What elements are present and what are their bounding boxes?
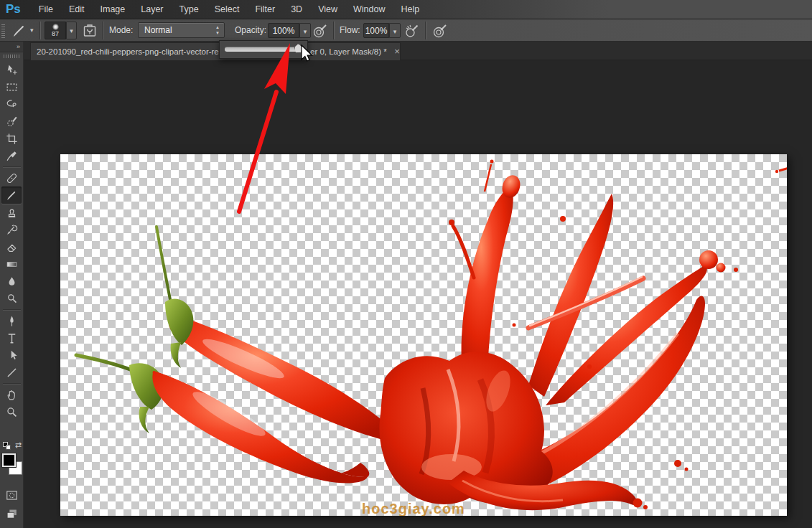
tools-panel-collapse[interactable]: » xyxy=(0,42,23,52)
brush-tool-icon xyxy=(5,189,19,202)
opacity-value-field[interactable]: 100% xyxy=(268,23,299,38)
brush-preset-picker[interactable]: 87 xyxy=(45,22,66,39)
healing-brush-tool[interactable] xyxy=(1,169,22,187)
history-brush-tool[interactable] xyxy=(1,221,22,238)
foreground-color-swatch[interactable] xyxy=(2,453,16,467)
tablet-pressure-size-icon[interactable] xyxy=(431,22,449,39)
history-brush-tool-icon xyxy=(5,223,19,237)
eyedropper-tool[interactable] xyxy=(1,147,22,164)
hand-tool-icon xyxy=(5,388,19,402)
document-tab[interactable]: 20-201090_red-chili-peppers-png-clipart-… xyxy=(30,42,401,60)
tools-panel: » ⇄ xyxy=(0,42,24,528)
options-bar-grip[interactable] xyxy=(1,23,5,38)
tablet-pressure-opacity-icon[interactable] xyxy=(312,22,329,39)
healing-brush-tool-icon xyxy=(5,171,19,185)
separator xyxy=(425,22,426,39)
dropdown-arrows-icon: ▲▼ xyxy=(215,24,220,36)
brush-preset-caret[interactable]: ▾ xyxy=(66,22,77,39)
rectangular-marquee-tool[interactable] xyxy=(1,78,22,95)
line-tool[interactable] xyxy=(1,364,22,381)
document-title-left: 20-201090_red-chili-peppers-png-clipart-… xyxy=(37,43,219,60)
toolbar-separator xyxy=(3,309,21,310)
menu-bar: Ps FileEditImageLayerTypeSelectFilter3DV… xyxy=(0,0,812,19)
tool-options-bar: ▾ 87 ▾ Mode: Normal ▲▼ Opacity: 100% ▾ F… xyxy=(0,19,812,42)
photoshop-window: Ps FileEditImageLayerTypeSelectFilter3DV… xyxy=(0,0,812,528)
color-swatches xyxy=(1,453,23,479)
move-tool-icon xyxy=(5,63,19,77)
pen-tool[interactable] xyxy=(1,312,22,329)
collapse-icon: » xyxy=(17,43,20,50)
quick-selection-tool-icon xyxy=(5,115,19,128)
type-tool-icon xyxy=(5,331,19,345)
tools-panel-grip[interactable] xyxy=(4,55,19,58)
separator xyxy=(39,22,40,39)
path-selection-tool-icon xyxy=(5,349,19,362)
eraser-tool-icon xyxy=(5,240,19,254)
toolbar-separator xyxy=(3,383,21,384)
eraser-tool[interactable] xyxy=(1,238,22,255)
document-title-right: er 0, Layer Mask/8) * xyxy=(310,43,387,60)
flow-caret[interactable]: ▾ xyxy=(389,23,401,38)
rectangular-marquee-tool-icon xyxy=(5,80,19,94)
zoom-tool-icon xyxy=(5,405,19,419)
opacity-caret[interactable]: ▾ xyxy=(299,23,311,38)
type-tool[interactable] xyxy=(1,329,22,346)
flow-value-field[interactable]: 100% xyxy=(363,23,389,38)
airbrush-icon[interactable] xyxy=(403,22,421,39)
gradient-tool[interactable] xyxy=(1,255,22,273)
dodge-tool[interactable] xyxy=(1,290,22,307)
move-tool[interactable] xyxy=(1,61,22,78)
gradient-tool-icon xyxy=(5,258,19,271)
swap-colors-icon[interactable]: ⇄ xyxy=(15,440,22,450)
blend-mode-dropdown[interactable]: Normal ▲▼ xyxy=(138,22,225,38)
menu-item-layer[interactable]: Layer xyxy=(133,0,171,19)
clone-stamp-tool[interactable] xyxy=(1,204,22,221)
toolbar-separator xyxy=(3,166,21,167)
opacity-label: Opacity: xyxy=(235,25,266,35)
separator xyxy=(102,22,103,39)
opacity-slider-handle[interactable] xyxy=(294,44,302,53)
menu-item-window[interactable]: Window xyxy=(345,0,393,19)
eyedropper-tool-icon xyxy=(5,149,19,163)
document-tab-bar: 20-201090_red-chili-peppers-png-clipart-… xyxy=(24,42,812,60)
blend-mode-value: Normal xyxy=(139,23,224,38)
zoom-tool[interactable] xyxy=(1,403,22,420)
quick-mask-button[interactable] xyxy=(1,486,22,504)
separator xyxy=(333,22,334,39)
pen-tool-icon xyxy=(5,314,19,328)
menu-item-type[interactable]: Type xyxy=(172,0,207,19)
menu-item-file[interactable]: File xyxy=(31,0,61,19)
tool-preset-caret-icon[interactable]: ▾ xyxy=(30,27,34,34)
menu-item-filter[interactable]: Filter xyxy=(247,0,283,19)
default-colors-icon[interactable] xyxy=(3,442,11,451)
hand-tool[interactable] xyxy=(1,386,22,403)
menu-item-help[interactable]: Help xyxy=(393,0,428,19)
menu-item-edit[interactable]: Edit xyxy=(61,0,93,19)
path-selection-tool[interactable] xyxy=(1,346,22,364)
menu-item-3d[interactable]: 3D xyxy=(283,0,310,19)
brush-tool[interactable] xyxy=(1,187,22,204)
clone-stamp-tool-icon xyxy=(5,206,19,220)
brush-tool-preset-icon[interactable] xyxy=(11,22,28,39)
document-canvas[interactable]: hoc3giay.com xyxy=(60,154,787,516)
tab-close-icon[interactable]: × xyxy=(392,43,401,60)
mode-label: Mode: xyxy=(109,25,133,35)
lasso-tool-icon xyxy=(5,98,19,111)
crop-tool[interactable] xyxy=(1,130,22,147)
flow-label: Flow: xyxy=(340,25,360,35)
brush-size-value: 87 xyxy=(45,30,65,37)
menu-item-image[interactable]: Image xyxy=(93,0,134,19)
blur-tool-icon xyxy=(5,275,19,288)
chili-peppers-paint-splash-image xyxy=(60,154,787,516)
menu-item-select[interactable]: Select xyxy=(207,0,248,19)
menu-item-view[interactable]: View xyxy=(310,0,345,19)
line-tool-icon xyxy=(5,366,19,380)
quick-selection-tool[interactable] xyxy=(1,113,22,130)
screen-mode-button[interactable] xyxy=(1,505,22,522)
lasso-tool[interactable] xyxy=(1,95,22,113)
opacity-slider-track[interactable] xyxy=(225,47,299,52)
menu-items: FileEditImageLayerTypeSelectFilter3DView… xyxy=(31,0,427,19)
toggle-brush-panel-icon[interactable] xyxy=(81,22,98,39)
blur-tool[interactable] xyxy=(1,273,22,290)
photoshop-logo: Ps xyxy=(6,2,21,16)
